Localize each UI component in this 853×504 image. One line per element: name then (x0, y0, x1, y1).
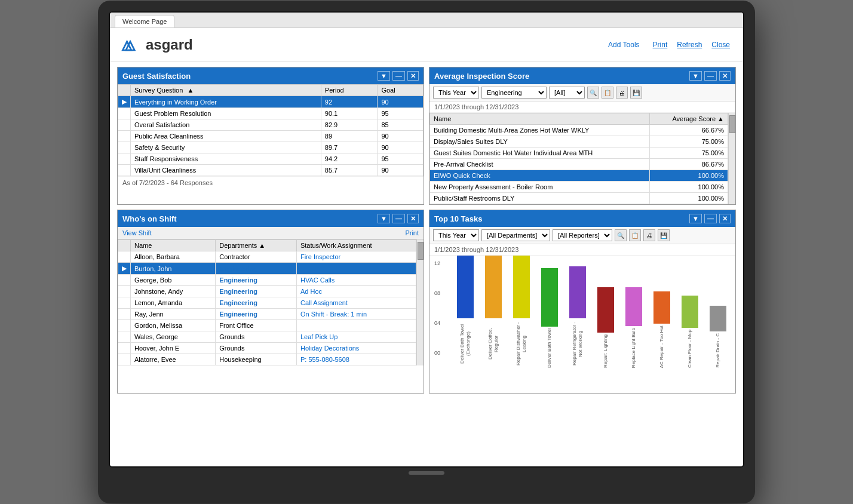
close-link[interactable]: Close (708, 39, 734, 50)
ais-row[interactable]: Building Domestic Multi-Area Zones Hot W… (430, 125, 728, 136)
wos-col-dept: Departments ▲ (216, 240, 297, 251)
bar-group[interactable]: Repair Drain - C (705, 306, 731, 368)
ais-row-score: 75.00% (649, 136, 728, 147)
t10-menu-btn[interactable]: ▼ (689, 214, 702, 223)
gs-col-goal: Goal (378, 85, 424, 96)
ais-save-btn[interactable]: 💾 (630, 87, 642, 99)
ais-row-name: Public/Staff Restrooms DLY (430, 193, 650, 204)
gs-row[interactable]: Public Area Cleanliness 89 90 (118, 131, 424, 142)
gs-row-question: Everything in Working Order (131, 96, 321, 108)
wos-close-btn[interactable]: ✕ (407, 214, 419, 223)
wos-row[interactable]: Gordon, Melissa Front Office (118, 320, 416, 331)
wos-scrollbar[interactable] (416, 239, 424, 365)
ais-row[interactable]: New Property Assessment - Boiler Room 10… (430, 182, 728, 193)
ais-dept-select[interactable]: Engineering All Departments (481, 87, 547, 99)
ais-export-btn[interactable]: 📋 (602, 87, 613, 99)
t10-search-btn[interactable]: 🔍 (615, 229, 627, 241)
ais-row[interactable]: EIWO Quick Check 100.00% (430, 170, 728, 182)
ais-print-btn[interactable]: 🖨 (616, 87, 628, 99)
wos-row[interactable]: Wales, George Grounds Leaf Pick Up (118, 331, 416, 343)
t10-date-range: 1/1/2023 through 12/31/2023 (429, 244, 735, 256)
gs-close-btn[interactable]: ✕ (407, 71, 419, 81)
ais-filter-bar: This Year Last Year Engineering All Depa… (429, 84, 735, 102)
gs-row-period: 90.1 (321, 108, 378, 119)
bar-group[interactable]: Replace Light Bulb (621, 287, 646, 368)
bar-group[interactable]: Clean Floor - Mop (677, 296, 702, 368)
bar-group[interactable]: Repair Refrigerator - Not Working (564, 266, 590, 368)
wos-row[interactable]: Alatorre, Evee Housekeeping P: 555-080-5… (118, 354, 416, 365)
ais-scrollbar[interactable] (728, 113, 735, 204)
wos-row[interactable]: Hoover, John E Grounds Holiday Decoratio… (118, 343, 416, 354)
bar (513, 256, 530, 318)
ais-row[interactable]: Display/Sales Suites DLY 75.00% (430, 136, 728, 147)
wos-print-btn[interactable]: Print (405, 229, 419, 236)
wos-row-status: Ad Hoc (296, 286, 416, 297)
ais-row[interactable]: Public/Staff Restrooms DLY 100.00% (430, 193, 728, 204)
gs-title: Guest Satisfaction (122, 72, 378, 81)
app-header: asgard Add Tools Print Refresh Close (110, 28, 743, 62)
ais-row[interactable]: Pre-Arrival Checklist 86.67% (430, 159, 728, 170)
wos-row-status: Fire Inspector (296, 251, 416, 263)
t10-close-btn[interactable]: ✕ (719, 214, 731, 223)
t10-reporter-select[interactable]: [All Reporters] Staff Only (553, 229, 612, 241)
view-shift-btn[interactable]: View Shift (122, 229, 152, 236)
wos-row-dept: Engineering (216, 297, 297, 309)
gs-row[interactable]: ▶ Everything in Working Order 92 90 (118, 96, 424, 108)
t10-save-btn[interactable]: 💾 (658, 229, 670, 241)
gs-min-btn[interactable]: — (392, 71, 405, 81)
wos-row-status (296, 263, 416, 275)
wos-row-dept: Engineering (216, 286, 297, 297)
wos-row[interactable]: Johnstone, Andy Engineering Ad Hoc (118, 286, 416, 297)
gs-menu-btn[interactable]: ▼ (378, 71, 390, 81)
ais-filter-select[interactable]: [All] Active (549, 87, 585, 99)
wos-row[interactable]: Ray, Jenn Engineering On Shift - Break: … (118, 309, 416, 320)
wos-row[interactable]: Alloon, Barbara Contractor Fire Inspecto… (118, 251, 416, 263)
refresh-link[interactable]: Refresh (673, 39, 705, 50)
add-tools-button[interactable]: Add Tools (603, 38, 644, 51)
wos-row[interactable]: ▶ Burton, John Engineering (118, 263, 416, 275)
ais-min-btn[interactable]: — (704, 71, 717, 81)
browser-tab[interactable]: Welcome Page (115, 15, 174, 27)
t10-print-btn[interactable]: 🖨 (643, 229, 655, 241)
gs-row[interactable]: Staff Responsiveness 94.2 95 (118, 153, 424, 165)
ais-row-name: Display/Sales Suites DLY (430, 136, 650, 147)
ais-close-btn[interactable]: ✕ (719, 71, 731, 81)
t10-period-select[interactable]: This Year Last Year (433, 229, 479, 241)
bar-group[interactable]: AC Repair - Too Hot (649, 291, 674, 368)
gs-row-indicator (118, 119, 131, 131)
wos-row-status (296, 320, 416, 331)
t10-export-btn[interactable]: 📋 (629, 229, 641, 241)
ais-row-score: 66.67% (649, 125, 728, 136)
y-label-12: 12 (434, 260, 440, 266)
gs-row[interactable]: Guest Problem Resolution 90.1 95 (118, 108, 424, 119)
ais-row[interactable]: Guest Suites Domestic Hot Water Individu… (430, 147, 728, 159)
bar-group[interactable]: Deliver Bath Towel (Exchange) (452, 256, 478, 368)
bar-group[interactable]: Deliver Bath Towel (536, 268, 562, 368)
wos-row-dept: Grounds (216, 343, 297, 354)
ais-period-select[interactable]: This Year Last Year (433, 87, 479, 99)
wos-row-name: Lemon, Amanda (131, 297, 216, 309)
tab-label: Welcome Page (122, 18, 167, 25)
gs-row-period: 92 (321, 96, 378, 108)
wos-row[interactable]: Lemon, Amanda Engineering Call Assignmen… (118, 297, 416, 309)
bar-group[interactable]: Repair: Lighting (593, 287, 618, 368)
print-link[interactable]: Print (649, 39, 671, 50)
gs-row[interactable]: Safety & Security 89.7 90 (118, 142, 424, 153)
wos-menu-btn[interactable]: ▼ (378, 214, 390, 223)
guest-satisfaction-panel: Guest Satisfaction ▼ — ✕ Surve (117, 67, 424, 205)
gs-row-goal: 90 (378, 142, 424, 153)
t10-dept-select[interactable]: [All Departments] Engineering (481, 229, 550, 241)
main-area: Guest Satisfaction ▼ — ✕ Surve (110, 62, 743, 398)
wos-min-btn[interactable]: — (392, 214, 405, 223)
wos-row[interactable]: George, Bob Engineering HVAC Calls (118, 275, 416, 286)
bar-group[interactable]: Deliver Coffee, Regular (480, 256, 506, 368)
gs-row-goal: 85 (378, 119, 424, 131)
wos-row-name: Ray, Jenn (131, 309, 216, 320)
gs-col-period: Period (321, 85, 378, 96)
t10-min-btn[interactable]: — (704, 214, 717, 223)
ais-menu-btn[interactable]: ▼ (689, 71, 702, 81)
ais-search-btn[interactable]: 🔍 (587, 87, 599, 99)
gs-row[interactable]: Overal Satisfaction 82.9 85 (118, 119, 424, 131)
gs-row[interactable]: Villa/Unit Cleanliness 85.7 90 (118, 165, 424, 176)
bar-group[interactable]: Repair Dishwasher - Leaking (508, 256, 534, 368)
